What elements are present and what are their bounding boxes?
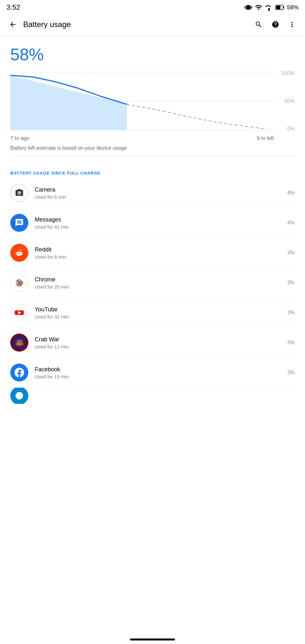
chart-y-labels: 100% 50% 0%: [275, 71, 295, 132]
battery-chart-svg: [10, 71, 274, 132]
usage-section: BATTERY USAGE SINCE FULL CHARGE Camera U…: [0, 163, 305, 404]
crabwar-app-info: Crab War Used for 11 min: [35, 336, 282, 349]
help-icon: [272, 21, 279, 28]
battery-chart: 100% 50% 0% 7 hr ago 9 hr left: [10, 71, 295, 141]
messages-app-name: Messages: [35, 216, 282, 223]
svg-point-15: [18, 281, 21, 284]
facebook-app-info: Facebook Used for 15 min: [35, 366, 282, 379]
facebook-app-percent: 3%: [282, 370, 295, 375]
app-item-facebook[interactable]: Facebook Used for 15 min 3%: [10, 358, 295, 388]
reddit-app-usage: Used for 8 min: [35, 254, 282, 260]
status-icons: 58%: [245, 4, 299, 11]
battery-percent-display: 58%: [10, 45, 295, 64]
app-item-last[interactable]: [10, 388, 295, 404]
messages-app-info: Messages Used for 41 min: [35, 216, 282, 230]
reddit-app-percent: 3%: [282, 250, 295, 256]
youtube-app-icon: [10, 304, 28, 322]
svg-rect-3: [276, 6, 280, 9]
section-header: BATTERY USAGE SINCE FULL CHARGE: [10, 171, 295, 175]
app-item-youtube[interactable]: YouTube Used for 32 min 3%: [10, 298, 295, 328]
battery-percent-status: 58%: [287, 4, 299, 11]
reddit-app-icon: [10, 244, 28, 262]
more-options-icon: [288, 21, 296, 28]
app-bar: Battery usage: [0, 14, 305, 36]
svg-rect-2: [283, 6, 284, 8]
youtube-app-usage: Used for 32 min: [35, 314, 282, 319]
chrome-app-icon: [10, 274, 28, 292]
crabwar-app-icon: 🦀: [10, 334, 28, 352]
more-options-button[interactable]: [284, 17, 300, 32]
crabwar-app-percent: 3%: [282, 340, 295, 346]
camera-app-percent: 4%: [282, 190, 295, 196]
wifi-icon: [255, 4, 263, 11]
app-item-camera[interactable]: Camera Used for 6 min 4%: [10, 178, 295, 208]
chrome-app-name: Chrome: [35, 276, 282, 283]
help-button[interactable]: [268, 17, 283, 32]
svg-marker-8: [10, 75, 127, 130]
battery-estimate: Battery left estimate is based on your d…: [10, 145, 295, 156]
svg-point-9: [18, 192, 20, 194]
youtube-app-info: YouTube Used for 32 min: [35, 306, 282, 319]
signal-icon: [265, 4, 273, 11]
facebook-app-name: Facebook: [35, 366, 282, 373]
status-bar: 3:52 58%: [0, 0, 305, 14]
youtube-app-name: YouTube: [35, 306, 282, 313]
app-item-crabwar[interactable]: 🦀 Crab War Used for 11 min 3%: [10, 328, 295, 358]
chart-label-50: 50%: [275, 98, 295, 104]
svg-rect-0: [268, 8, 270, 11]
reddit-app-info: Reddit Used for 8 min: [35, 246, 282, 260]
app-item-chrome[interactable]: Chrome Used for 20 min 3%: [10, 268, 295, 298]
battery-icon: [275, 5, 284, 10]
svg-text:🦀: 🦀: [15, 338, 24, 347]
crabwar-app-name: Crab War: [35, 336, 282, 343]
chart-svg-area: [10, 71, 274, 132]
app-bar-actions: [251, 17, 300, 32]
messages-app-percent: 4%: [282, 220, 295, 226]
chrome-app-usage: Used for 20 min: [35, 284, 282, 289]
chart-x-labels: 7 hr ago 9 hr left: [10, 136, 274, 141]
crabwar-app-usage: Used for 11 min: [35, 344, 282, 349]
app-item-reddit[interactable]: Reddit Used for 8 min 3%: [10, 238, 295, 268]
last-app-info: [35, 395, 295, 396]
bottom-bar: [0, 635, 305, 644]
reddit-app-name: Reddit: [35, 246, 282, 253]
youtube-app-percent: 3%: [282, 310, 295, 316]
camera-app-name: Camera: [35, 186, 282, 193]
facebook-app-usage: Used for 15 min: [35, 374, 282, 379]
page-title: Battery usage: [23, 20, 251, 29]
messages-app-usage: Used for 41 min: [35, 224, 282, 230]
home-indicator[interactable]: [130, 639, 175, 640]
chrome-app-info: Chrome Used for 20 min: [35, 276, 282, 289]
messages-app-icon: [10, 214, 28, 232]
search-icon: [255, 21, 263, 28]
chart-x-right: 9 hr left: [257, 136, 274, 141]
camera-app-icon: [10, 184, 28, 202]
back-icon: [9, 21, 17, 28]
battery-section: 58%: [0, 36, 305, 163]
camera-app-info: Camera Used for 6 min: [35, 186, 282, 200]
status-time: 3:52: [6, 3, 20, 12]
camera-app-usage: Used for 6 min: [35, 194, 282, 200]
chart-label-0: 0%: [275, 126, 295, 132]
last-app-icon: [10, 388, 28, 404]
chart-label-100: 100%: [275, 71, 295, 76]
chart-x-left: 7 hr ago: [10, 136, 29, 141]
chrome-app-percent: 3%: [282, 280, 295, 286]
back-button[interactable]: [5, 17, 21, 32]
search-button[interactable]: [251, 17, 266, 32]
facebook-app-icon: [10, 364, 28, 382]
vibrate-icon: [245, 4, 252, 11]
app-item-messages[interactable]: Messages Used for 41 min 4%: [10, 208, 295, 238]
